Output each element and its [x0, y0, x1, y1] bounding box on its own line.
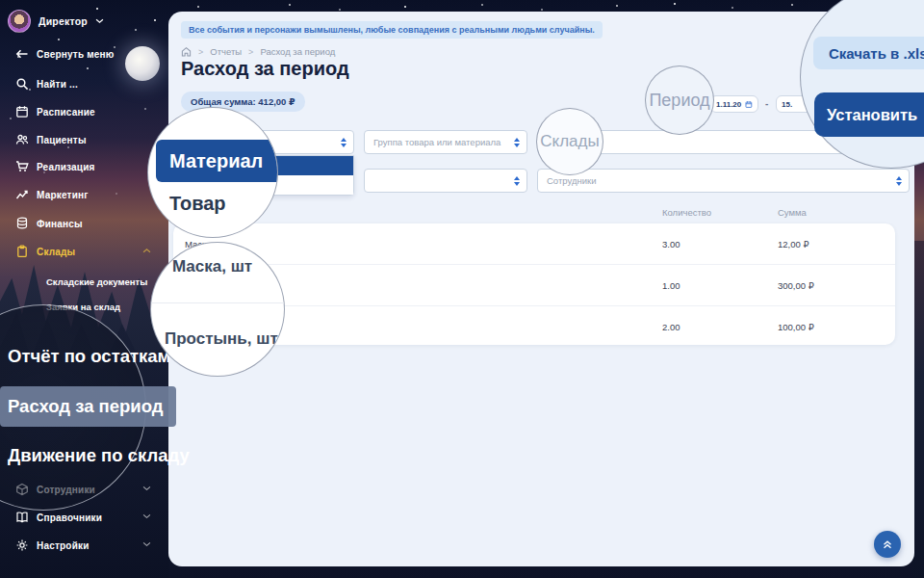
magnifier-circle-type-dropdown: Материал Товар: [147, 107, 278, 238]
sidebar-subitem-stock-report[interactable]: Отчёт по остаткам: [8, 346, 170, 367]
table-row[interactable]: Маска, шт 3.00 12,00 ₽: [173, 223, 895, 264]
user-role-label: Директор: [38, 15, 88, 27]
sum-cell: 12,00 ₽: [778, 239, 808, 250]
app-root: Директор Свернуть меню Найти ... Расписа…: [0, 0, 924, 578]
double-chevron-up-icon: [881, 538, 894, 551]
patients-icon: [15, 133, 29, 146]
sidebar-item-label: Справочники: [37, 512, 102, 523]
select-arrows-icon: [896, 176, 902, 186]
magnifier-circle-items: Маска, шт Простынь, шт: [150, 242, 285, 377]
sidebar-item-label: Реализация: [37, 162, 95, 172]
period-label: Период: [649, 91, 709, 111]
date-from-value: 1.11.20: [716, 100, 741, 109]
sidebar-item-warehouses[interactable]: Склады: [15, 245, 75, 258]
date-from-input[interactable]: 1.11.20: [710, 95, 758, 113]
page-title: Расход за период: [181, 58, 349, 80]
chevron-down-icon[interactable]: [142, 541, 151, 547]
select-arrows-icon: [514, 176, 520, 186]
sidebar-item-label: Финансы: [37, 219, 83, 229]
quantity-cell: 2.00: [662, 322, 680, 332]
date-to-value: 15.: [782, 100, 792, 109]
sidebar-item-label: Настройки: [37, 540, 90, 551]
sidebar-subitem-warehouse-movement[interactable]: Движение по складу: [8, 445, 190, 466]
disclaimer-notice: Все события и персонажи вымышлены, любые…: [181, 21, 603, 39]
apply-button[interactable]: Установить: [814, 92, 924, 137]
home-icon[interactable]: [181, 46, 192, 57]
sidebar-item-sales[interactable]: Реализация: [15, 160, 95, 173]
finance-icon: [15, 217, 29, 230]
sidebar-item-patients[interactable]: Пациенты: [15, 133, 87, 146]
item-name-magnified: Маска, шт: [172, 257, 252, 276]
option-label: Материал: [169, 150, 263, 172]
sidebar-item-label: Найти ...: [37, 79, 78, 90]
sidebar-item-collapse-menu[interactable]: Свернуть меню: [15, 47, 115, 61]
table-header-sum: Сумма: [778, 207, 807, 218]
chevron-down-icon: [95, 18, 104, 24]
employees-filter-select[interactable]: Сотрудники: [537, 169, 910, 193]
item-name-magnified: Простынь, шт: [165, 329, 278, 349]
select-arrows-icon: [514, 138, 520, 147]
book-icon: [15, 511, 29, 524]
marketing-icon: [15, 188, 29, 201]
sidebar-item-label: Пациенты: [37, 135, 87, 145]
sidebar-item-label: Маркетинг: [37, 190, 89, 200]
warehouses-placeholder-magnified: Склады: [540, 132, 599, 151]
breadcrumb-item-reports[interactable]: Отчеты: [210, 46, 242, 57]
download-xlsx-button[interactable]: Скачать в .xlsx: [813, 37, 924, 69]
breadcrumb-item-current: Расход за период: [260, 46, 335, 57]
sum-cell: 100,00 ₽: [778, 322, 814, 332]
select-placeholder: Сотрудники: [547, 175, 596, 186]
select-placeholder: Группа товара или материала: [373, 137, 500, 147]
sidebar-item-settings[interactable]: Настройки: [15, 539, 90, 552]
date-range-dash: -: [765, 98, 768, 109]
warehouse-icon: [15, 245, 29, 258]
calendar-icon: [745, 100, 753, 109]
avatar: [8, 10, 31, 33]
table-header-quantity: Количество: [662, 207, 711, 218]
group-filter-select[interactable]: Группа товара или материала: [364, 130, 527, 154]
sidebar-item-label: Склады: [37, 247, 75, 257]
user-menu[interactable]: Директор: [8, 10, 104, 33]
gear-icon: [15, 539, 29, 552]
chevron-down-icon[interactable]: [142, 486, 151, 491]
chevron-up-icon[interactable]: [142, 248, 151, 253]
dropdown-option-material-magnified[interactable]: Материал: [156, 140, 278, 182]
sidebar-item-schedule[interactable]: Расписание: [15, 105, 95, 118]
search-icon: [15, 77, 29, 91]
quantity-cell: 3.00: [662, 239, 680, 250]
sum-cell: 300,00 ₽: [778, 280, 814, 291]
calendar-icon: [15, 105, 29, 118]
sidebar-subitem-label: Расход за период: [8, 396, 164, 417]
sidebar-item-label: Расписание: [37, 107, 95, 118]
sidebar-subitem-expense-period-active[interactable]: Расход за период: [0, 386, 176, 427]
dropdown-option-product-magnified[interactable]: Товар: [169, 193, 226, 215]
magnifier-circle-period: Период: [645, 66, 714, 135]
arrow-left-icon: [15, 47, 29, 61]
sidebar-item-finance[interactable]: Финансы: [15, 217, 83, 230]
breadcrumb-separator: >: [248, 47, 253, 57]
breadcrumb-separator: >: [198, 47, 203, 57]
chevron-down-icon[interactable]: [142, 513, 151, 519]
magnifier-circle-warehouses: Склады: [536, 108, 603, 175]
select-arrows-icon: [341, 138, 346, 147]
sidebar-item-label: Свернуть меню: [37, 49, 115, 60]
extra-filter-select[interactable]: [364, 169, 527, 193]
breadcrumb: > Отчеты > Расход за период: [181, 46, 335, 57]
quantity-cell: 1.00: [662, 280, 680, 291]
row-separator: [151, 302, 284, 303]
scroll-to-top-button[interactable]: [874, 531, 901, 558]
sidebar-subitem-warehouse-docs[interactable]: Складские документы: [46, 276, 147, 287]
sidebar-item-directories[interactable]: Справочники: [15, 511, 102, 524]
sidebar-item-marketing[interactable]: Маркетинг: [15, 188, 89, 201]
sidebar-item-search[interactable]: Найти ...: [15, 77, 78, 91]
cart-icon: [15, 160, 29, 173]
